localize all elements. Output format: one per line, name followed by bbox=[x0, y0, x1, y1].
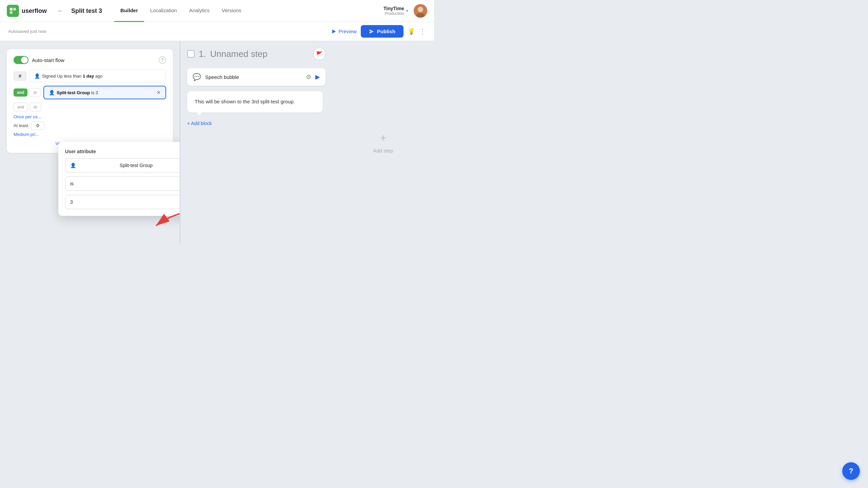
play-button[interactable]: ▶ bbox=[315, 73, 320, 81]
add-step-plus-icon: + bbox=[380, 132, 387, 144]
condition-row-1: If 👤 Signed Up less than 1 day ago bbox=[14, 69, 166, 82]
value-input[interactable] bbox=[65, 195, 180, 209]
more-options-button[interactable]: ⋮ bbox=[419, 27, 426, 36]
gear-button[interactable]: ⚙ bbox=[306, 73, 311, 81]
condition-section: If 👤 Signed Up less than 1 day ago bbox=[14, 69, 166, 111]
if-badge[interactable]: If bbox=[14, 72, 26, 81]
add-step-container[interactable]: + Add step bbox=[373, 132, 393, 154]
workspace-env: Production bbox=[383, 11, 404, 16]
or-badge-2[interactable]: or bbox=[30, 103, 41, 111]
auto-start-card: Auto-start flow ? If 👤 Signed Up less th… bbox=[7, 49, 173, 153]
or-badge[interactable]: or bbox=[29, 88, 41, 97]
flag-button[interactable]: 🚩 bbox=[313, 48, 326, 60]
toggle-knob bbox=[21, 57, 28, 63]
autosaved-text: Autosaved just now bbox=[8, 29, 46, 34]
popup-title: User attribute bbox=[65, 149, 180, 154]
back-button[interactable]: ← bbox=[55, 5, 66, 16]
logo-text: userflow bbox=[22, 7, 47, 15]
preview-button[interactable]: Preview bbox=[331, 28, 356, 34]
flow-title: Split test 3 bbox=[71, 7, 102, 15]
tab-localization[interactable]: Localization bbox=[144, 0, 183, 22]
card-header: Auto-start flow ? bbox=[14, 56, 166, 64]
speech-bubble-icon: 💬 bbox=[193, 73, 201, 81]
tab-builder[interactable]: Builder bbox=[114, 0, 144, 22]
center-panel: 1. Unnamed step 🚩 💬 Speech bubble ⚙ ▶ Th… bbox=[180, 41, 332, 244]
and-or-row: and or bbox=[14, 88, 41, 97]
publish-button[interactable]: Publish bbox=[361, 25, 403, 38]
condition-pill-1[interactable]: 👤 Signed Up less than 1 day ago bbox=[29, 69, 166, 82]
attribute-value: Split-test Group bbox=[120, 163, 153, 168]
help-icon[interactable]: ? bbox=[159, 56, 166, 64]
svg-point-4 bbox=[418, 7, 423, 12]
workspace-name: TinyTime bbox=[383, 6, 404, 11]
workspace-selector[interactable]: TinyTime Production ▾ bbox=[383, 6, 408, 16]
close-condition-button[interactable]: ✕ bbox=[157, 90, 161, 95]
avatar[interactable] bbox=[414, 4, 427, 18]
nav-right: TinyTime Production ▾ bbox=[383, 4, 427, 18]
and-or-row-2: and or bbox=[14, 103, 41, 111]
add-block-button[interactable]: + Add block bbox=[187, 118, 326, 129]
toggle-label: Auto-start flow bbox=[14, 56, 64, 64]
and-badge[interactable]: and bbox=[14, 88, 27, 97]
tab-versions[interactable]: Versions bbox=[216, 0, 248, 22]
svg-rect-1 bbox=[13, 8, 16, 11]
condition1-text: Signed Up less than 1 day ago bbox=[42, 74, 103, 79]
condition-row-2: and or 👤 Split-test Group is 3 ✕ bbox=[14, 86, 166, 99]
once-per-link[interactable]: Once per us... bbox=[14, 114, 166, 119]
medium-price-link[interactable]: Medium pri... bbox=[14, 132, 166, 137]
attribute-select[interactable]: 👤 Split-test Group ▾ bbox=[65, 158, 180, 172]
step-checkbox[interactable] bbox=[187, 50, 195, 58]
speech-bubble-card[interactable]: 💬 Speech bubble ⚙ ▶ bbox=[187, 68, 326, 86]
svg-rect-0 bbox=[10, 8, 13, 11]
speech-text: This will be shown to the 3rd split-test… bbox=[195, 99, 295, 104]
add-step-label: Add step bbox=[373, 148, 393, 154]
user-icon: 👤 bbox=[34, 73, 40, 79]
tab-analytics[interactable]: Analytics bbox=[183, 0, 216, 22]
svg-rect-2 bbox=[10, 11, 13, 14]
logo-icon bbox=[7, 5, 19, 17]
toolbar-right: Preview Publish 💡 ⋮ bbox=[331, 25, 426, 38]
svg-marker-6 bbox=[332, 29, 336, 34]
step-number: 1. bbox=[199, 49, 206, 59]
auto-start-text: Auto-start flow bbox=[32, 57, 64, 63]
speech-bubble-label: Speech bubble bbox=[205, 74, 302, 80]
chevron-down-icon: ▾ bbox=[406, 8, 408, 13]
left-panel: Auto-start flow ? If 👤 Signed Up less th… bbox=[0, 41, 180, 244]
play-icon bbox=[331, 29, 336, 34]
at-least-input[interactable] bbox=[31, 121, 44, 130]
condition-pill-2[interactable]: 👤 Split-test Group is 3 ✕ bbox=[43, 86, 166, 99]
right-panel: + Add step bbox=[332, 41, 434, 244]
and-badge-2[interactable]: and bbox=[14, 103, 28, 111]
operator-value: is bbox=[70, 181, 74, 186]
condition2-text: Split-test Group is 3 bbox=[57, 90, 98, 95]
nav-tabs: Builder Localization Analytics Versions bbox=[114, 0, 247, 22]
condition-row-3: and or bbox=[14, 103, 166, 111]
toolbar: Autosaved just now Preview Publish 💡 ⋮ bbox=[0, 22, 434, 41]
at-least-row: At least bbox=[14, 121, 166, 130]
user-icon-2: 👤 bbox=[49, 90, 55, 95]
user-attr-icon: 👤 bbox=[70, 163, 76, 168]
main-content: Auto-start flow ? If 👤 Signed Up less th… bbox=[0, 41, 434, 244]
lightbulb-button[interactable]: 💡 bbox=[408, 28, 415, 35]
step-name: Unnamed step bbox=[210, 49, 268, 59]
workspace-text: TinyTime Production bbox=[383, 6, 404, 16]
logo[interactable]: userflow bbox=[7, 5, 47, 17]
top-navigation: userflow ← Split test 3 Builder Localiza… bbox=[0, 0, 434, 22]
auto-start-toggle[interactable] bbox=[14, 56, 28, 64]
operator-select[interactable]: is ▾ bbox=[65, 177, 180, 191]
step-header: 1. Unnamed step 🚩 bbox=[187, 48, 326, 63]
send-icon bbox=[369, 29, 374, 34]
attribute-dropdown-popup: User attribute 👤 Split-test Group ▾ is ▾ bbox=[58, 142, 180, 216]
speech-text-card: This will be shown to the 3rd split-test… bbox=[187, 91, 323, 113]
